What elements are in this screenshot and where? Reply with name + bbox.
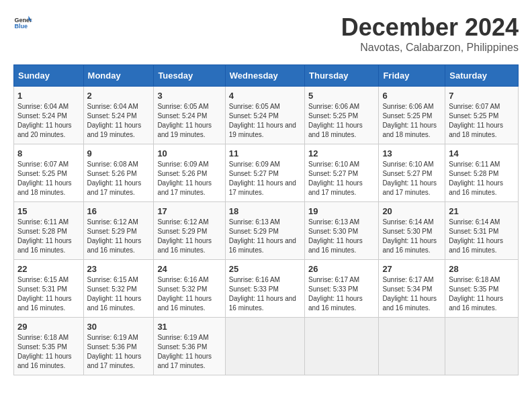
calendar-body: 1Sunrise: 6:04 AMSunset: 5:24 PMDaylight… [14, 87, 519, 375]
logo: General Blue [13, 13, 32, 32]
day-info: Sunrise: 6:16 AMSunset: 5:33 PMDaylight:… [229, 275, 301, 313]
day-number: 15 [17, 206, 80, 216]
calendar-cell: 7Sunrise: 6:07 AMSunset: 5:25 PMDaylight… [445, 87, 519, 144]
calendar-cell: 15Sunrise: 6:11 AMSunset: 5:28 PMDayligh… [14, 202, 84, 260]
day-number: 8 [17, 148, 80, 158]
calendar-cell [305, 318, 379, 375]
day-info: Sunrise: 6:11 AMSunset: 5:28 PMDaylight:… [17, 218, 80, 255]
calendar-cell: 5Sunrise: 6:06 AMSunset: 5:25 PMDaylight… [305, 87, 379, 144]
column-header-friday: Friday [379, 65, 445, 87]
day-number: 13 [382, 148, 441, 158]
day-info: Sunrise: 6:09 AMSunset: 5:27 PMDaylight:… [229, 160, 301, 197]
calendar-cell: 1Sunrise: 6:04 AMSunset: 5:24 PMDaylight… [14, 87, 84, 144]
calendar-cell: 8Sunrise: 6:07 AMSunset: 5:25 PMDaylight… [14, 144, 84, 202]
day-info: Sunrise: 6:10 AMSunset: 5:27 PMDaylight:… [382, 160, 441, 197]
calendar-header: SundayMondayTuesdayWednesdayThursdayFrid… [14, 65, 519, 87]
calendar-cell: 2Sunrise: 6:04 AMSunset: 5:24 PMDaylight… [83, 87, 154, 144]
day-info: Sunrise: 6:07 AMSunset: 5:25 PMDaylight:… [17, 160, 80, 197]
day-info: Sunrise: 6:14 AMSunset: 5:30 PMDaylight:… [382, 218, 441, 255]
page-header: General Blue December 2024 Navotas, Cala… [13, 13, 519, 54]
day-number: 21 [449, 206, 515, 216]
page-title: December 2024 [341, 13, 519, 42]
day-info: Sunrise: 6:06 AMSunset: 5:25 PMDaylight:… [308, 102, 375, 140]
week-row-1: 1Sunrise: 6:04 AMSunset: 5:24 PMDaylight… [14, 87, 519, 144]
day-info: Sunrise: 6:05 AMSunset: 5:24 PMDaylight:… [157, 102, 221, 140]
day-info: Sunrise: 6:04 AMSunset: 5:24 PMDaylight:… [17, 102, 80, 140]
header-row: SundayMondayTuesdayWednesdayThursdayFrid… [14, 65, 519, 87]
day-info: Sunrise: 6:10 AMSunset: 5:27 PMDaylight:… [308, 160, 375, 197]
calendar-cell: 27Sunrise: 6:17 AMSunset: 5:34 PMDayligh… [379, 260, 445, 318]
week-row-5: 29Sunrise: 6:18 AMSunset: 5:35 PMDayligh… [14, 318, 519, 375]
day-info: Sunrise: 6:19 AMSunset: 5:36 PMDaylight:… [157, 333, 221, 371]
day-number: 29 [17, 322, 80, 332]
week-row-2: 8Sunrise: 6:07 AMSunset: 5:25 PMDaylight… [14, 144, 519, 202]
day-number: 22 [17, 264, 80, 274]
calendar-cell [445, 318, 519, 375]
calendar-cell: 12Sunrise: 6:10 AMSunset: 5:27 PMDayligh… [305, 144, 379, 202]
day-info: Sunrise: 6:12 AMSunset: 5:29 PMDaylight:… [157, 218, 221, 255]
day-number: 25 [229, 264, 301, 274]
column-header-wednesday: Wednesday [225, 65, 304, 87]
logo-icon: General Blue [13, 13, 32, 32]
day-number: 12 [308, 148, 375, 158]
day-info: Sunrise: 6:18 AMSunset: 5:35 PMDaylight:… [17, 333, 80, 371]
day-number: 24 [157, 264, 221, 274]
calendar-cell: 17Sunrise: 6:12 AMSunset: 5:29 PMDayligh… [154, 202, 225, 260]
calendar-cell: 26Sunrise: 6:17 AMSunset: 5:33 PMDayligh… [305, 260, 379, 318]
title-area: December 2024 Navotas, Calabarzon, Phili… [341, 13, 519, 54]
day-info: Sunrise: 6:05 AMSunset: 5:24 PMDaylight:… [229, 102, 301, 140]
day-number: 6 [382, 91, 441, 101]
day-info: Sunrise: 6:12 AMSunset: 5:29 PMDaylight:… [87, 218, 150, 255]
day-number: 3 [157, 91, 221, 101]
day-info: Sunrise: 6:04 AMSunset: 5:24 PMDaylight:… [87, 102, 150, 140]
day-number: 1 [17, 91, 80, 101]
day-info: Sunrise: 6:17 AMSunset: 5:33 PMDaylight:… [308, 275, 375, 313]
calendar-cell [379, 318, 445, 375]
day-info: Sunrise: 6:09 AMSunset: 5:26 PMDaylight:… [157, 160, 221, 197]
day-number: 7 [449, 91, 515, 101]
day-number: 2 [87, 91, 150, 101]
calendar-cell: 9Sunrise: 6:08 AMSunset: 5:26 PMDaylight… [83, 144, 154, 202]
day-number: 9 [87, 148, 150, 158]
column-header-monday: Monday [83, 65, 154, 87]
day-info: Sunrise: 6:14 AMSunset: 5:31 PMDaylight:… [449, 218, 515, 255]
day-number: 31 [157, 322, 221, 332]
day-info: Sunrise: 6:17 AMSunset: 5:34 PMDaylight:… [382, 275, 441, 313]
column-header-thursday: Thursday [305, 65, 379, 87]
week-row-4: 22Sunrise: 6:15 AMSunset: 5:31 PMDayligh… [14, 260, 519, 318]
svg-text:Blue: Blue [14, 23, 28, 30]
calendar-cell: 14Sunrise: 6:11 AMSunset: 5:28 PMDayligh… [445, 144, 519, 202]
day-info: Sunrise: 6:16 AMSunset: 5:32 PMDaylight:… [157, 275, 221, 313]
day-number: 30 [87, 322, 150, 332]
week-row-3: 15Sunrise: 6:11 AMSunset: 5:28 PMDayligh… [14, 202, 519, 260]
day-info: Sunrise: 6:07 AMSunset: 5:25 PMDaylight:… [449, 102, 515, 140]
day-number: 16 [87, 206, 150, 216]
calendar-table: SundayMondayTuesdayWednesdayThursdayFrid… [13, 64, 519, 375]
day-number: 19 [308, 206, 375, 216]
calendar-cell: 13Sunrise: 6:10 AMSunset: 5:27 PMDayligh… [379, 144, 445, 202]
day-info: Sunrise: 6:15 AMSunset: 5:32 PMDaylight:… [87, 275, 150, 313]
calendar-cell: 21Sunrise: 6:14 AMSunset: 5:31 PMDayligh… [445, 202, 519, 260]
day-number: 20 [382, 206, 441, 216]
calendar-cell: 30Sunrise: 6:19 AMSunset: 5:36 PMDayligh… [83, 318, 154, 375]
calendar-cell: 20Sunrise: 6:14 AMSunset: 5:30 PMDayligh… [379, 202, 445, 260]
day-info: Sunrise: 6:13 AMSunset: 5:29 PMDaylight:… [229, 218, 301, 255]
column-header-saturday: Saturday [445, 65, 519, 87]
page-subtitle: Navotas, Calabarzon, Philippines [341, 42, 519, 54]
day-info: Sunrise: 6:15 AMSunset: 5:31 PMDaylight:… [17, 275, 80, 313]
column-header-tuesday: Tuesday [154, 65, 225, 87]
day-info: Sunrise: 6:18 AMSunset: 5:35 PMDaylight:… [449, 275, 515, 313]
calendar-cell: 29Sunrise: 6:18 AMSunset: 5:35 PMDayligh… [14, 318, 84, 375]
calendar-cell: 23Sunrise: 6:15 AMSunset: 5:32 PMDayligh… [83, 260, 154, 318]
day-info: Sunrise: 6:19 AMSunset: 5:36 PMDaylight:… [87, 333, 150, 371]
day-number: 27 [382, 264, 441, 274]
calendar-cell: 18Sunrise: 6:13 AMSunset: 5:29 PMDayligh… [225, 202, 304, 260]
day-info: Sunrise: 6:06 AMSunset: 5:25 PMDaylight:… [382, 102, 441, 140]
calendar-cell: 31Sunrise: 6:19 AMSunset: 5:36 PMDayligh… [154, 318, 225, 375]
day-number: 18 [229, 206, 301, 216]
day-number: 26 [308, 264, 375, 274]
day-number: 10 [157, 148, 221, 158]
calendar-cell: 25Sunrise: 6:16 AMSunset: 5:33 PMDayligh… [225, 260, 304, 318]
day-number: 14 [449, 148, 515, 158]
day-number: 11 [229, 148, 301, 158]
